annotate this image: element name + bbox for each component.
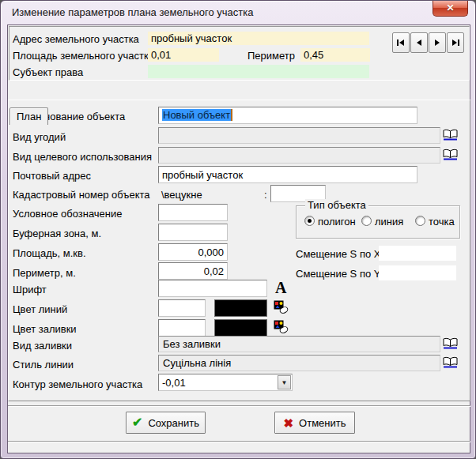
land-area-field[interactable]: 0,01 [148, 48, 219, 62]
contour-label: Контур земельного участка [13, 378, 142, 390]
offset-y-label: Смещение S по Y [296, 268, 380, 280]
radio-point[interactable] [415, 216, 425, 226]
contour-dropdown-button[interactable]: ▼ [278, 375, 291, 389]
land-use-label: Вид угодий [13, 131, 66, 143]
address-field[interactable]: пробный участок [148, 32, 369, 45]
book-icon [443, 356, 458, 368]
tab-plan[interactable]: План [9, 107, 48, 125]
offset-x-label: Смещение S по X [296, 248, 380, 260]
land-area-label: Площадь земельного участка [13, 50, 154, 62]
fill-color-label: Цвет заливки [13, 323, 77, 335]
land-use-field[interactable] [158, 127, 440, 144]
line-style-label: Стиль линии [13, 359, 74, 371]
offset-y-field[interactable] [379, 265, 456, 280]
line-style-lookup-button[interactable] [443, 356, 459, 371]
font-input[interactable] [158, 280, 267, 297]
line-color-label: Цвет линий [13, 303, 67, 315]
cancel-button[interactable]: ✖ Отменить [274, 412, 355, 434]
postal-address-label: Почтовый адрес [13, 170, 91, 182]
color-palette-icon [274, 320, 289, 333]
buffer-zone-input[interactable] [158, 224, 228, 241]
fill-color-swatch [214, 319, 267, 337]
nav-prev-button[interactable] [410, 32, 428, 53]
subject-field[interactable] [148, 65, 369, 78]
fill-type-field[interactable]: Без заливки [158, 336, 440, 352]
postal-address-input[interactable] [158, 166, 417, 183]
nav-last-button[interactable] [447, 32, 464, 53]
cadastre-separator: : [264, 189, 267, 201]
area-input[interactable] [158, 243, 228, 261]
cadastre-number-label: Кадастровый номер объекта [13, 189, 150, 201]
fill-color-picker-button[interactable] [274, 320, 289, 334]
perimeter-input-label: Периметр, м. [13, 267, 76, 279]
address-label: Адрес земельного участка [13, 33, 139, 45]
perimeter-header-label: Периметр [247, 50, 295, 62]
purpose-lookup-button[interactable] [443, 149, 459, 163]
symbol-label: Условное обозначение [13, 208, 123, 220]
nav-first-button[interactable] [392, 32, 410, 53]
nav-first-icon [396, 39, 406, 47]
purpose-field[interactable] [158, 147, 440, 164]
radio-polygon-label: полигон [318, 216, 356, 228]
perimeter-input[interactable] [158, 262, 228, 280]
cadastre-prefix: \вецукне [161, 189, 202, 201]
selected-text: Новый объект [162, 109, 232, 121]
fill-color-input[interactable] [158, 319, 206, 337]
window-title: Изменение параметров плана земельного уч… [12, 6, 253, 18]
subject-label: Субъект права [13, 66, 83, 78]
offset-x-field[interactable] [379, 246, 456, 261]
book-icon [443, 129, 458, 141]
book-icon [443, 149, 458, 160]
chevron-down-icon: ▼ [281, 379, 288, 386]
close-button[interactable]: ✕ [433, 1, 468, 17]
radio-line[interactable] [361, 216, 372, 226]
contour-selected-value: -0,01 [162, 376, 186, 390]
nav-next-icon [433, 39, 442, 47]
line-color-picker-button[interactable] [274, 300, 289, 314]
footer-divider-bottom [8, 441, 470, 442]
close-icon: ✕ [446, 2, 454, 13]
nav-last-icon [451, 39, 460, 47]
dialog-client-area: Адрес земельного участка пробный участок… [7, 24, 470, 453]
nav-next-button[interactable] [429, 32, 446, 53]
land-use-lookup-button[interactable] [443, 129, 459, 143]
check-icon: ✔ [132, 416, 142, 429]
buffer-zone-label: Буферная зона, м. [13, 228, 101, 239]
area-label: Площадь, м.кв. [13, 247, 86, 259]
symbol-input[interactable] [158, 204, 228, 221]
line-style-field[interactable]: Суцільна лінія [158, 355, 440, 371]
radio-point-label: точка [429, 216, 455, 228]
cross-icon: ✖ [284, 417, 294, 429]
perimeter-header-field[interactable]: 0,45 [300, 48, 370, 62]
cancel-button-label: Отменить [299, 417, 346, 429]
save-button[interactable]: ✔ Сохранить [126, 412, 206, 434]
color-palette-icon [274, 300, 289, 314]
line-color-swatch [214, 299, 267, 317]
footer-divider-top [8, 405, 470, 407]
font-label: Шрифт [13, 284, 47, 295]
nav-prev-icon [414, 39, 424, 47]
object-name-input[interactable]: Новый объект [158, 107, 417, 124]
purpose-label: Вид целевого использования [13, 151, 152, 163]
font-picker-icon[interactable]: A [275, 280, 286, 295]
line-color-input[interactable] [158, 299, 206, 317]
fill-type-label: Вид заливки [13, 340, 72, 352]
object-type-legend: Тип объекта [305, 199, 368, 211]
dialog-window: Изменение параметров плана земельного уч… [0, 0, 476, 459]
fill-type-lookup-button[interactable] [443, 337, 459, 352]
contour-combobox[interactable]: -0,01 ▼ [158, 374, 293, 391]
radio-line-label: линия [375, 216, 403, 228]
book-icon [443, 337, 458, 349]
radio-polygon[interactable] [304, 216, 315, 226]
save-button-label: Сохранить [148, 417, 199, 429]
